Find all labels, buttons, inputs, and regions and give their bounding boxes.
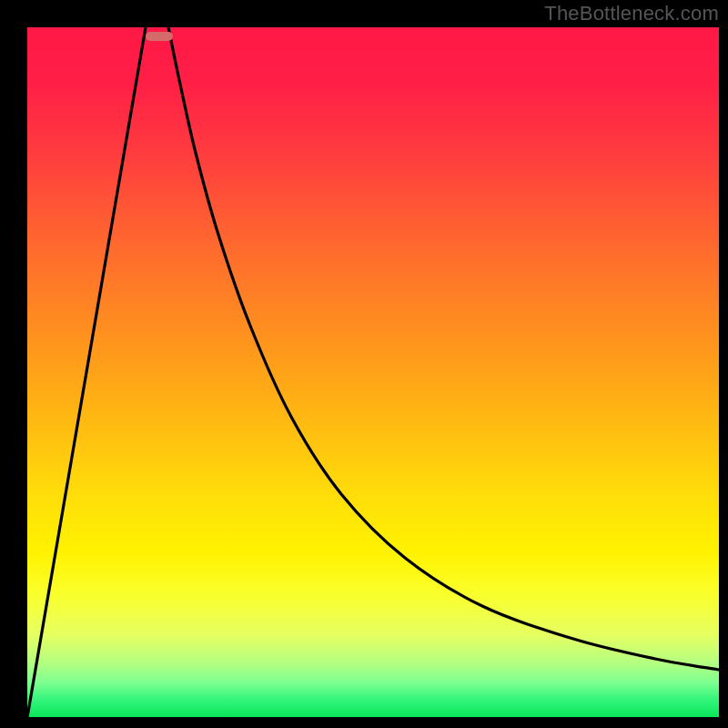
plot-area — [27, 27, 719, 717]
bottleneck-curve — [27, 27, 719, 717]
curve-left-path — [27, 27, 146, 717]
bottleneck-marker — [146, 32, 173, 41]
chart-frame: TheBottleneck.com — [0, 0, 728, 728]
curve-right-path — [168, 27, 719, 670]
watermark-text: TheBottleneck.com — [544, 2, 719, 25]
